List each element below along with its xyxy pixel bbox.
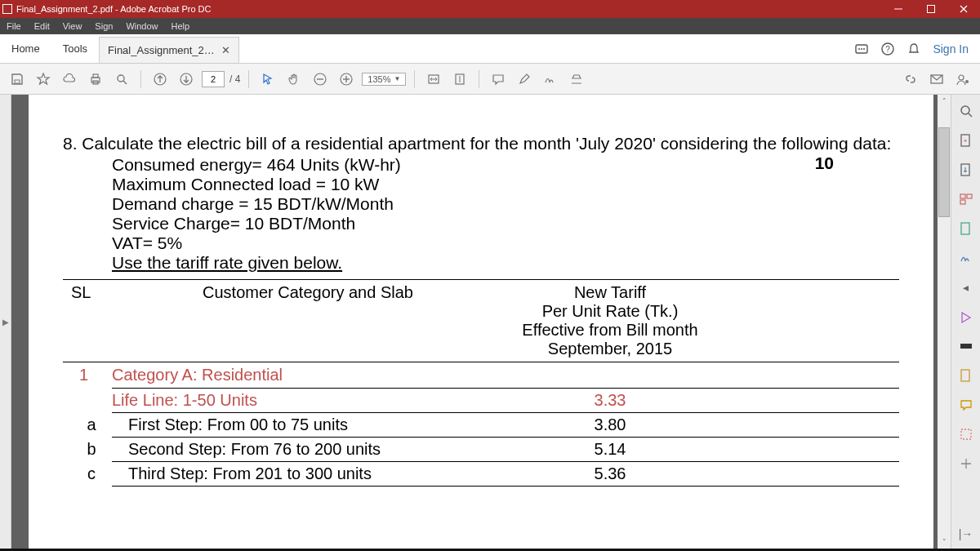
zoom-select[interactable]: 135%▼ bbox=[362, 73, 406, 86]
edit-pdf-icon[interactable] bbox=[956, 219, 976, 238]
menu-window[interactable]: Window bbox=[119, 21, 164, 31]
more-tools-icon[interactable] bbox=[956, 424, 976, 444]
menu-sign[interactable]: Sign bbox=[88, 21, 119, 31]
title-bar: Final_Assignment_2.pdf - Adobe Acrobat P… bbox=[0, 0, 980, 18]
svg-rect-39 bbox=[960, 344, 972, 349]
svg-rect-12 bbox=[15, 80, 20, 83]
tab-active-document[interactable]: Final_Assignment_2… ✕ bbox=[99, 37, 239, 63]
menu-bar: File Edit View Sign Window Help bbox=[0, 18, 980, 34]
pointer-icon[interactable] bbox=[257, 69, 278, 90]
highlight-icon[interactable] bbox=[514, 69, 535, 90]
close-tab-icon[interactable]: ✕ bbox=[221, 44, 230, 56]
svg-rect-37 bbox=[960, 200, 965, 204]
tab-active-label: Final_Assignment_2… bbox=[108, 44, 215, 56]
fit-width-icon[interactable] bbox=[423, 69, 444, 90]
scroll-up-icon[interactable]: ˄ bbox=[938, 95, 951, 108]
hand-icon[interactable] bbox=[283, 69, 305, 90]
menu-edit[interactable]: Edit bbox=[28, 21, 56, 31]
bell-icon[interactable] bbox=[906, 42, 921, 56]
fit-page-icon[interactable] bbox=[449, 69, 470, 90]
help-icon[interactable]: ? bbox=[880, 42, 895, 56]
tariff-sl: a bbox=[63, 415, 112, 434]
create-pdf-icon[interactable]: + bbox=[956, 131, 976, 150]
scrollbar[interactable]: ˄ ˅ bbox=[938, 95, 951, 549]
tariff-sl: b bbox=[63, 440, 112, 459]
menu-file[interactable]: File bbox=[0, 21, 28, 31]
search-tool-icon[interactable] bbox=[956, 101, 976, 121]
acrobat-icon bbox=[0, 4, 15, 14]
tariff-rate: 3.80 bbox=[504, 415, 716, 434]
stamp-icon[interactable] bbox=[566, 69, 587, 90]
tab-row: Home Tools Final_Assignment_2… ✕ ? Sign … bbox=[0, 34, 980, 64]
left-nav-handle[interactable]: ▶ bbox=[0, 95, 11, 549]
zoom-in-icon[interactable] bbox=[336, 69, 357, 90]
menu-help[interactable]: Help bbox=[165, 21, 197, 31]
toolbar: / 4 135%▼ bbox=[0, 64, 980, 95]
svg-point-16 bbox=[118, 75, 124, 82]
save-icon[interactable] bbox=[7, 69, 28, 90]
redact-icon[interactable] bbox=[956, 336, 976, 356]
th-rate: September, 2015 bbox=[504, 340, 716, 358]
svg-point-28 bbox=[959, 75, 964, 80]
sign-in-link[interactable]: Sign In bbox=[933, 42, 969, 56]
star-icon[interactable] bbox=[33, 69, 54, 90]
minimize-button[interactable] bbox=[882, 0, 915, 18]
expand-pane-icon[interactable]: |→ bbox=[956, 524, 976, 544]
share-people-icon[interactable] bbox=[952, 69, 973, 90]
tariff-desc: Second Step: From 76 to 200 units bbox=[112, 440, 504, 459]
svg-rect-40 bbox=[961, 370, 969, 381]
svg-point-29 bbox=[965, 80, 969, 83]
scroll-down-icon[interactable]: ˅ bbox=[938, 535, 951, 549]
fill-sign-icon[interactable] bbox=[956, 307, 976, 327]
maximize-button[interactable] bbox=[915, 0, 947, 18]
tariff-desc: Third Step: From 201 to 300 units bbox=[112, 464, 504, 483]
collapse-pane-icon[interactable]: ◂ bbox=[956, 278, 976, 297]
svg-rect-36 bbox=[967, 194, 972, 198]
zoom-value: 135% bbox=[368, 74, 390, 84]
comment-icon[interactable] bbox=[488, 69, 509, 90]
export-pdf-icon[interactable] bbox=[956, 160, 976, 180]
tab-tools[interactable]: Tools bbox=[51, 34, 99, 63]
svg-rect-38 bbox=[961, 223, 969, 234]
svg-rect-35 bbox=[960, 194, 965, 198]
page-down-icon[interactable] bbox=[176, 69, 197, 90]
pdf-page: 8. Calculate the electric bill of a resi… bbox=[29, 95, 933, 549]
page-up-icon[interactable] bbox=[149, 69, 171, 90]
svg-line-17 bbox=[123, 81, 127, 84]
svg-point-9 bbox=[863, 48, 865, 50]
chat-icon[interactable] bbox=[854, 42, 869, 56]
scroll-thumb[interactable] bbox=[938, 127, 950, 217]
page-number-input[interactable] bbox=[202, 71, 225, 87]
svg-text:?: ? bbox=[886, 45, 891, 54]
document-area: ▶ 8. Calculate the electric bill of a re… bbox=[0, 95, 980, 549]
svg-rect-3 bbox=[928, 6, 935, 13]
organize-icon[interactable] bbox=[956, 189, 976, 209]
signature-tool-icon[interactable] bbox=[956, 248, 976, 268]
email-icon[interactable] bbox=[926, 69, 947, 90]
zoom-out-icon[interactable] bbox=[310, 69, 331, 90]
print-icon[interactable] bbox=[85, 69, 106, 90]
search-icon[interactable] bbox=[111, 69, 132, 90]
data-line: Use the tariff rate given below. bbox=[112, 253, 899, 273]
optimize-icon[interactable] bbox=[956, 454, 976, 473]
question-number: 8. bbox=[63, 134, 78, 153]
question-marks: 10 bbox=[815, 153, 899, 173]
tariff-rate: 3.33 bbox=[504, 391, 716, 410]
comment-tool-icon[interactable] bbox=[956, 395, 976, 415]
menu-view[interactable]: View bbox=[56, 21, 89, 31]
tariff-rate: 5.14 bbox=[504, 440, 716, 459]
svg-rect-14 bbox=[93, 74, 98, 78]
close-button[interactable] bbox=[947, 0, 980, 18]
protect-icon[interactable] bbox=[956, 366, 976, 385]
cat-num: 1 bbox=[63, 366, 112, 384]
cat-name: Category A: Residential bbox=[112, 366, 504, 384]
svg-text:+: + bbox=[963, 137, 967, 144]
cloud-icon[interactable] bbox=[59, 69, 80, 90]
question-text: Calculate the electric bill of a residen… bbox=[82, 134, 891, 153]
svg-point-8 bbox=[861, 48, 862, 50]
share-link-icon[interactable] bbox=[900, 69, 921, 90]
tariff-rate: 5.36 bbox=[504, 464, 716, 483]
tariff-desc: Life Line: 1-50 Units bbox=[112, 391, 504, 410]
sign-icon[interactable] bbox=[540, 69, 561, 90]
tab-home[interactable]: Home bbox=[0, 34, 51, 63]
